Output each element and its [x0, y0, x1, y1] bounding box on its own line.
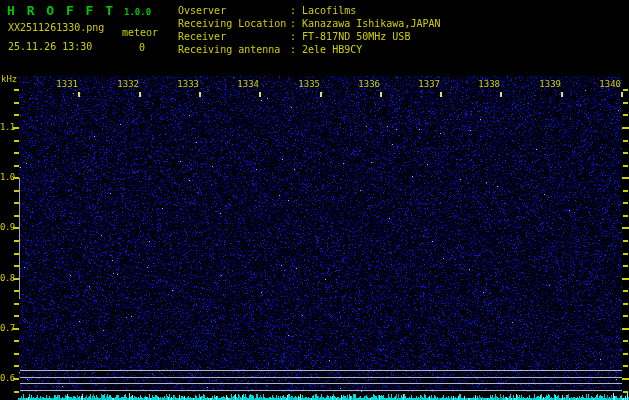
minute-tick	[199, 92, 201, 97]
freq-minor-tick-left	[14, 202, 19, 204]
freq-minor-tick-left	[14, 102, 19, 104]
freq-minor-tick-left	[14, 240, 19, 242]
app-version: 1.0.0	[124, 7, 151, 17]
freq-minor-tick-left	[14, 391, 19, 393]
info-value: : Lacofilms	[290, 4, 356, 17]
freq-minor-tick-right	[623, 265, 628, 267]
freq-minor-tick-left	[14, 190, 19, 192]
freq-minor-tick-left	[14, 290, 19, 292]
freq-minor-tick-right	[623, 152, 628, 154]
freq-minor-tick-right	[623, 202, 628, 204]
minute-tick	[320, 92, 322, 97]
freq-major-tick-right	[622, 328, 629, 330]
info-value: : FT-817ND 50MHz USB	[290, 30, 410, 43]
time-label: 1336	[350, 79, 380, 89]
freq-minor-tick-left	[14, 353, 19, 355]
freq-major-tick-left	[13, 378, 19, 380]
freq-minor-tick-right	[623, 353, 628, 355]
minute-tick	[139, 92, 141, 97]
freq-minor-tick-left	[14, 340, 19, 342]
info-value: : Kanazawa Ishikawa,JAPAN	[290, 17, 441, 30]
time-label: 1331	[48, 79, 78, 89]
station-info-block: Ovserver: LacofilmsReceiving Location: K…	[178, 4, 618, 56]
freq-minor-tick-left	[14, 253, 19, 255]
minute-tick	[78, 92, 80, 97]
freq-minor-tick-right	[623, 340, 628, 342]
freq-minor-tick-right	[623, 165, 628, 167]
info-label: Receiver	[178, 30, 290, 43]
info-label: Receiving Location	[178, 17, 290, 30]
freq-minor-tick-right	[623, 140, 628, 142]
output-filename: XX2511261330.png	[8, 22, 104, 33]
info-row: Receiver: FT-817ND 50MHz USB	[178, 30, 618, 43]
freq-minor-tick-right	[623, 240, 628, 242]
freq-minor-tick-left	[14, 303, 19, 305]
time-label: 1337	[410, 79, 440, 89]
info-row: Receiving antenna: 2ele HB9CY	[178, 43, 618, 56]
info-value: : 2ele HB9CY	[290, 43, 362, 56]
freq-minor-tick-left	[14, 215, 19, 217]
freq-major-tick-right	[622, 227, 629, 229]
time-label: 1339	[531, 79, 561, 89]
time-label: 1333	[169, 79, 199, 89]
freq-minor-tick-left	[14, 114, 19, 116]
freq-minor-tick-left	[14, 165, 19, 167]
minute-tick	[561, 92, 563, 97]
freq-minor-tick-left	[14, 365, 19, 367]
freq-minor-tick-right	[623, 365, 628, 367]
freq-major-tick-left	[13, 227, 19, 229]
freq-minor-tick-left	[14, 89, 19, 91]
info-row: Ovserver: Lacofilms	[178, 4, 618, 17]
freq-major-tick-left	[13, 177, 19, 179]
minute-tick	[259, 92, 261, 97]
info-row: Receiving Location: Kanazawa Ishikawa,JA…	[178, 17, 618, 30]
freq-major-tick-right	[622, 378, 629, 380]
freq-minor-tick-right	[623, 215, 628, 217]
freq-minor-tick-right	[623, 290, 628, 292]
time-label: 1332	[109, 79, 139, 89]
freq-major-tick-left	[13, 278, 19, 280]
freq-minor-tick-right	[623, 391, 628, 393]
spectrogram-canvas	[0, 0, 629, 400]
freq-minor-tick-right	[623, 89, 628, 91]
info-label: Ovserver	[178, 4, 290, 17]
freq-major-tick-left	[13, 328, 19, 330]
freq-minor-tick-left	[14, 315, 19, 317]
meteor-count: 0	[139, 42, 145, 53]
minute-tick	[621, 92, 623, 97]
freq-minor-tick-right	[623, 102, 628, 104]
freq-minor-tick-right	[623, 253, 628, 255]
minute-tick	[500, 92, 502, 97]
time-label: 1338	[470, 79, 500, 89]
freq-unit-label: kHz	[1, 74, 17, 84]
minute-tick	[440, 92, 442, 97]
freq-minor-tick-right	[623, 114, 628, 116]
freq-minor-tick-left	[14, 140, 19, 142]
freq-minor-tick-right	[623, 315, 628, 317]
time-label: 1334	[229, 79, 259, 89]
time-label: 1335	[290, 79, 320, 89]
app-title: H R O F F T	[7, 3, 115, 18]
freq-minor-tick-right	[623, 190, 628, 192]
freq-major-tick-right	[622, 127, 629, 129]
freq-minor-tick-left	[14, 265, 19, 267]
freq-minor-tick-left	[14, 152, 19, 154]
minute-tick	[380, 92, 382, 97]
time-label: 1340	[591, 79, 621, 89]
info-label: Receiving antenna	[178, 43, 290, 56]
freq-major-tick-right	[622, 177, 629, 179]
freq-major-tick-right	[622, 278, 629, 280]
freq-major-tick-left	[13, 127, 19, 129]
timestamp: 25.11.26 13:30	[8, 41, 92, 52]
hrofft-output-screen: H R O F F T 1.0.0 XX2511261330.png meteo…	[0, 0, 629, 400]
freq-minor-tick-right	[623, 303, 628, 305]
mode-label: meteor	[122, 27, 158, 38]
